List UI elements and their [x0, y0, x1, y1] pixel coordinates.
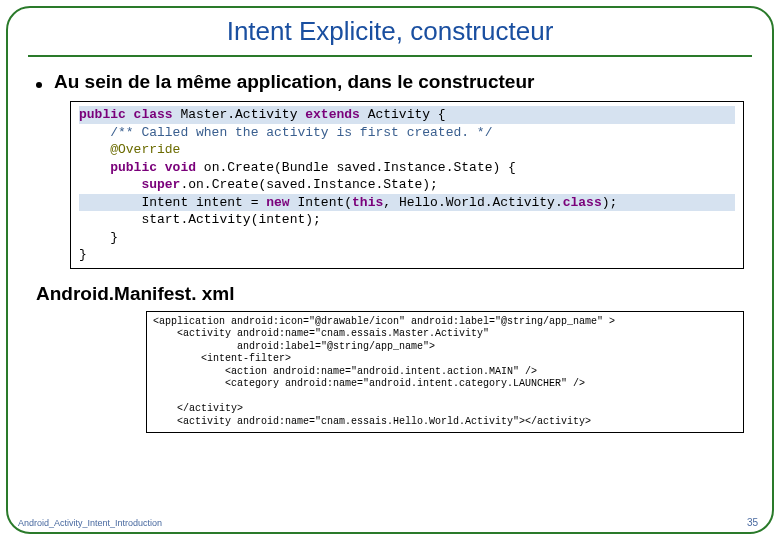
slide-number: 35	[747, 517, 758, 528]
footer-left: Android_Activity_Intent_Introduction	[18, 518, 162, 528]
slide-border	[6, 6, 774, 534]
